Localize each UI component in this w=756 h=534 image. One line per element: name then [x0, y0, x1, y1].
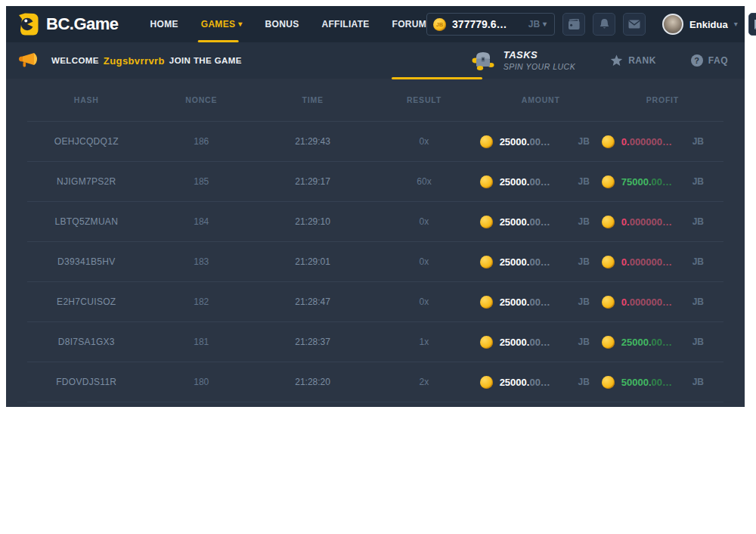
bet-time: 21:28:47	[257, 296, 368, 307]
table-header-row: HASH NONCE TIME RESULT AMOUNT PROFIT	[27, 79, 723, 121]
bet-profit: 0.000000… JB	[602, 135, 723, 148]
table-row[interactable]: LBTQ5ZMUAN 184 21:29:10 0x 25000.00… JB …	[27, 201, 723, 241]
table-body: OEHJCQDQ1Z 186 21:29:43 0x 25000.00… JB …	[27, 121, 723, 402]
col-header-profit: PROFIT	[602, 95, 723, 104]
balance-selector[interactable]: JB 377779.6… JB▾	[426, 13, 555, 36]
bet-amount: 25000.00… JB	[480, 175, 602, 188]
jb-coin-icon	[480, 216, 493, 228]
user-name: Enkidua	[689, 19, 728, 30]
wallet-button[interactable]	[562, 13, 585, 36]
bet-time: 21:29:43	[257, 136, 368, 147]
main-nav: HOME GAMES▾ BONUS AFFILIATE FORUM	[150, 6, 427, 42]
jb-coin-icon	[602, 175, 615, 188]
bet-profit: 75000.00… JB	[602, 175, 723, 188]
bet-nonce: 182	[146, 296, 257, 307]
table-row[interactable]: OEHJCQDQ1Z 186 21:29:43 0x 25000.00… JB …	[27, 121, 723, 161]
treasure-chest-icon	[470, 50, 496, 71]
welcome-message: WELCOME Zugsbvrrvrb JOIN THE GAME	[51, 55, 242, 67]
bet-hash[interactable]: LBTQ5ZMUAN	[27, 216, 146, 227]
bet-hash[interactable]: OEHJCQDQ1Z	[27, 136, 146, 147]
active-tab-indicator	[392, 77, 482, 79]
bet-profit: 50000.00… JB	[602, 376, 723, 389]
bet-time: 21:29:01	[257, 256, 368, 267]
nav-item-affiliate[interactable]: AFFILIATE	[321, 6, 369, 42]
avatar	[662, 14, 683, 35]
bet-hash[interactable]: D8I7SA1GX3	[27, 337, 146, 347]
chevron-down-icon: ▾	[734, 20, 738, 28]
jb-coin-icon: JB	[433, 18, 446, 31]
bet-nonce: 183	[146, 256, 257, 267]
tasks-title: TASKS	[503, 49, 576, 61]
bet-profit: 0.000000… JB	[602, 216, 723, 228]
top-navbar: BC.Game HOME GAMES▾ BONUS AFFILIATE FORU…	[6, 6, 745, 42]
brand-logo[interactable]: BC.Game	[17, 12, 119, 36]
table-row[interactable]: D8I7SA1GX3 181 21:28:37 1x 25000.00… JB …	[27, 321, 723, 362]
bet-nonce: 180	[146, 377, 257, 387]
megaphone-icon	[18, 52, 38, 69]
bet-result: 2x	[368, 377, 479, 387]
jb-coin-icon	[602, 296, 615, 309]
chevron-down-icon: ▾	[543, 20, 547, 28]
tasks-widget[interactable]: TASKS SPIN YOUR LUCK	[470, 49, 576, 71]
jb-coin-icon	[602, 135, 615, 148]
tasks-subtitle: SPIN YOUR LUCK	[503, 62, 576, 72]
table-row[interactable]: D39341B5HV 183 21:29:01 0x 25000.00… JB …	[27, 241, 723, 281]
bet-profit: 0.000000… JB	[602, 296, 723, 309]
col-header-amount: AMOUNT	[480, 95, 602, 104]
bet-amount: 25000.00… JB	[480, 256, 602, 269]
welcome-username: Zugsbvrrvrb	[104, 55, 165, 67]
bet-amount: 25000.00… JB	[480, 216, 602, 228]
jb-coin-icon	[602, 256, 615, 269]
nav-item-games[interactable]: GAMES▾	[201, 6, 243, 42]
bet-nonce: 185	[146, 176, 257, 187]
messages-button[interactable]	[623, 13, 646, 36]
bet-amount: 25000.00… JB	[480, 135, 602, 148]
bet-amount: 25000.00… JB	[480, 296, 602, 309]
jb-coin-icon	[602, 216, 615, 228]
rank-link[interactable]: RANK	[610, 54, 656, 67]
bet-nonce: 186	[146, 136, 257, 147]
bet-profit: 0.000000… JB	[602, 256, 723, 269]
jb-coin-icon	[480, 135, 493, 148]
chevron-down-icon: ▾	[238, 20, 242, 28]
envelope-icon	[628, 20, 640, 29]
nav-item-home[interactable]: HOME	[150, 6, 178, 42]
welcome-banner: WELCOME Zugsbvrrvrb JOIN THE GAME	[6, 42, 745, 79]
bet-profit: 25000.00… JB	[602, 336, 723, 349]
col-header-result: RESULT	[368, 95, 479, 104]
col-header-nonce: NONCE	[146, 95, 257, 104]
bet-hash[interactable]: NJIGM7PS2R	[27, 176, 146, 187]
bet-time: 21:29:10	[257, 216, 368, 227]
balance-amount: 377779.6…	[452, 18, 507, 30]
balance-currency[interactable]: JB▾	[528, 19, 547, 29]
jb-coin-icon	[480, 296, 493, 309]
col-header-hash: HASH	[27, 95, 146, 104]
bet-hash[interactable]: FDOVDJS11R	[27, 377, 146, 387]
bet-result: 0x	[368, 296, 479, 307]
faq-link[interactable]: ? FAQ	[691, 54, 728, 67]
brand-name: BC.Game	[46, 14, 119, 34]
bet-nonce: 184	[146, 216, 257, 227]
bet-hash[interactable]: E2H7CUISOZ	[27, 296, 146, 307]
tasks-text: TASKS SPIN YOUR LUCK	[503, 49, 576, 71]
nav-item-bonus[interactable]: BONUS	[265, 6, 299, 42]
bet-time: 21:28:20	[257, 377, 368, 387]
bet-time: 21:29:17	[257, 176, 368, 187]
page: BC.Game HOME GAMES▾ BONUS AFFILIATE FORU…	[6, 6, 745, 407]
nav-item-forum[interactable]: FORUM	[392, 6, 427, 42]
navbar-right: JB 377779.6… JB▾ Enkid	[426, 13, 756, 36]
bet-result: 60x	[368, 176, 479, 187]
jb-coin-icon	[602, 376, 615, 389]
bet-nonce: 181	[146, 337, 257, 347]
table-row[interactable]: FDOVDJS11R 180 21:28:20 2x 25000.00… JB …	[27, 362, 723, 402]
table-row[interactable]: NJIGM7PS2R 185 21:29:17 60x 25000.00… JB…	[27, 161, 723, 201]
bet-result: 0x	[368, 136, 479, 147]
bet-amount: 25000.00… JB	[480, 336, 602, 349]
notifications-button[interactable]	[593, 13, 615, 36]
chat-button[interactable]	[748, 13, 756, 36]
bet-amount: 25000.00… JB	[480, 376, 602, 389]
user-menu[interactable]: Enkidua ▾	[662, 14, 738, 35]
bet-hash[interactable]: D39341B5HV	[27, 256, 146, 267]
jb-coin-icon	[480, 175, 493, 188]
table-row[interactable]: E2H7CUISOZ 182 21:28:47 0x 25000.00… JB …	[27, 281, 723, 321]
